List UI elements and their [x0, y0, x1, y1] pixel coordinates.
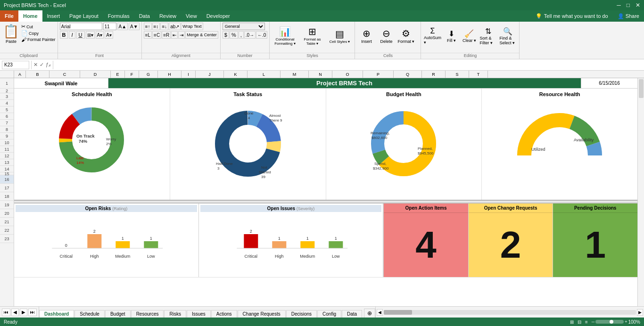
zoom-slider[interactable] — [595, 320, 624, 324]
find-select-btn[interactable]: 🔍 Find & Select ▾ — [498, 26, 517, 46]
angle-text-btn[interactable]: ab↗ — [169, 23, 181, 30]
formula-input[interactable] — [55, 61, 642, 69]
align-top-btn[interactable]: ≡↑ — [144, 23, 152, 30]
font-size-decrease-btn[interactable]: A▼ — [129, 23, 140, 30]
insert-function-icon[interactable]: ƒ𝓍 — [46, 62, 51, 68]
v-scroll-thumb[interactable] — [639, 79, 644, 98]
review-tab[interactable]: Review — [155, 10, 181, 22]
tab-actions[interactable]: Actions — [211, 310, 237, 318]
tab-decisions[interactable]: Decisions — [286, 310, 317, 318]
zoom-out-btn[interactable]: ─ — [592, 319, 594, 324]
col-header-E[interactable]: E — [111, 71, 125, 78]
cut-button[interactable]: ✂Cut — [21, 24, 56, 30]
prev-tab-btn[interactable]: ◀ — [11, 309, 19, 316]
font-family-input[interactable] — [60, 23, 102, 30]
col-header-N[interactable]: N — [309, 71, 332, 78]
tell-me-bar[interactable]: 💡Tell me what you want to do — [531, 10, 613, 22]
h-scroll-right[interactable]: ▶ — [637, 309, 643, 316]
tab-risks[interactable]: Risks — [164, 310, 186, 318]
col-header-G[interactable]: G — [139, 71, 158, 78]
format-btn[interactable]: ⚙ Format ▾ — [396, 27, 415, 45]
increase-decimal-btn[interactable]: ←.0 — [256, 31, 267, 39]
comma-btn[interactable]: , — [239, 31, 244, 39]
col-header-D[interactable]: D — [80, 71, 111, 78]
clear-btn[interactable]: 🧹 Clear ▾ — [461, 28, 478, 44]
minimize-btn[interactable]: ─ — [617, 2, 621, 8]
close-btn[interactable]: ✕ — [636, 2, 640, 8]
col-header-B[interactable]: B — [26, 71, 50, 78]
font-color-button[interactable]: A▾ — [105, 31, 113, 39]
horizontal-scrollbar[interactable]: ◀ ▶ — [375, 307, 644, 318]
view-layout-icon[interactable]: ⊟ — [578, 319, 581, 325]
enter-formula-icon[interactable]: ✓ — [40, 62, 44, 68]
col-header-I[interactable]: I — [182, 71, 196, 78]
tab-data[interactable]: Data — [342, 310, 362, 318]
col-header-A[interactable]: A — [14, 71, 26, 78]
first-tab-btn[interactable]: ⏮ — [2, 309, 10, 316]
formulas-tab[interactable]: Formulas — [103, 10, 134, 22]
tab-budget[interactable]: Budget — [105, 310, 131, 318]
developer-tab[interactable]: Developer — [202, 10, 235, 22]
conditional-formatting-btn[interactable]: 📊 Conditional Formatting ▾ — [272, 25, 298, 47]
next-tab-btn[interactable]: ▶ — [20, 309, 27, 316]
font-size-increase-btn[interactable]: A▲ — [117, 23, 128, 30]
last-tab-btn[interactable]: ⏭ — [28, 309, 37, 316]
page-layout-tab[interactable]: Page Layout — [65, 10, 103, 22]
align-middle-btn[interactable]: ≡↕ — [152, 23, 160, 30]
h-scroll-track[interactable] — [384, 310, 636, 315]
fill-color-button[interactable]: A▾ — [96, 31, 104, 39]
tab-dashboard[interactable]: Dashboard — [39, 310, 74, 318]
copy-button[interactable]: 📄Copy — [21, 30, 56, 36]
col-header-M[interactable]: M — [281, 71, 309, 78]
tab-resources[interactable]: Resources — [131, 310, 164, 318]
col-header-O[interactable]: O — [332, 71, 363, 78]
font-size-input[interactable] — [103, 23, 116, 30]
cell-reference-input[interactable] — [2, 61, 29, 69]
percent-btn[interactable]: % — [230, 31, 238, 39]
decrease-decimal-btn[interactable]: .0→ — [244, 31, 256, 39]
fill-btn[interactable]: ⬇ Fill ▾ — [443, 28, 460, 44]
autosum-btn[interactable]: Σ AutoSum ▾ — [423, 26, 442, 46]
borders-button[interactable]: ⊞▾ — [86, 31, 95, 39]
col-header-F[interactable]: F — [125, 71, 139, 78]
col-header-H[interactable]: H — [158, 71, 182, 78]
tab-schedule[interactable]: Schedule — [74, 310, 105, 318]
decrease-indent-btn[interactable]: ⇤ — [171, 31, 178, 39]
home-tab[interactable]: Home — [18, 10, 42, 22]
col-header-J[interactable]: J — [196, 71, 224, 78]
italic-button[interactable]: I — [69, 31, 75, 39]
align-right-btn[interactable]: ≡R — [162, 31, 171, 39]
file-tab[interactable]: File — [0, 10, 18, 22]
insert-btn[interactable]: ⊕ Insert — [357, 27, 376, 45]
data-tab[interactable]: Data — [134, 10, 155, 22]
share-btn[interactable]: 👤 Share — [613, 10, 644, 22]
h-scroll-left[interactable]: ◀ — [377, 309, 383, 316]
col-header-S[interactable]: S — [446, 71, 469, 78]
add-sheet-btn[interactable]: ⊕ — [364, 309, 375, 318]
sort-filter-btn[interactable]: ⇅ Sort & Filter ▾ — [479, 26, 497, 46]
align-bottom-btn[interactable]: ≡↓ — [160, 23, 168, 30]
col-header-T[interactable]: T — [469, 71, 488, 78]
number-format-select[interactable]: General — [223, 23, 265, 30]
delete-btn[interactable]: ⊖ Delete — [377, 27, 396, 45]
increase-indent-btn[interactable]: ⇥ — [178, 31, 185, 39]
cancel-formula-icon[interactable]: ✕ — [33, 62, 38, 68]
vertical-scrollbar[interactable] — [637, 78, 644, 306]
col-header-K[interactable]: K — [224, 71, 248, 78]
h-scroll-thumb[interactable] — [384, 310, 412, 315]
view-tab[interactable]: View — [181, 10, 202, 22]
maximize-btn[interactable]: □ — [627, 2, 630, 8]
col-header-Q[interactable]: Q — [394, 71, 422, 78]
tab-change-requests[interactable]: Change Requests — [238, 310, 286, 318]
zoom-in-btn[interactable]: + — [625, 319, 627, 324]
insert-tab[interactable]: Insert — [42, 10, 65, 22]
paste-button[interactable]: 📋 Paste — [2, 23, 20, 45]
align-center-btn[interactable]: ≡C — [152, 31, 161, 39]
underline-button[interactable]: U — [76, 31, 85, 39]
format-as-table-btn[interactable]: ⊞ Format as Table ▾ — [299, 25, 325, 47]
tab-issues[interactable]: Issues — [187, 310, 211, 318]
col-header-C[interactable]: C — [50, 71, 80, 78]
col-header-P[interactable]: P — [363, 71, 394, 78]
align-left-btn[interactable]: ≡L — [144, 31, 152, 39]
zoom-slider-thumb[interactable] — [610, 320, 613, 324]
